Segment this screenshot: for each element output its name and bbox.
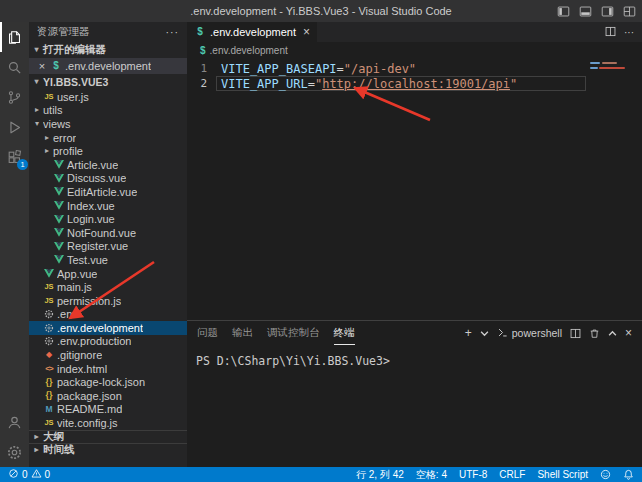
tree-item[interactable]: ▸error [29,131,187,145]
panel-tab[interactable]: 终端 [334,321,355,345]
split-editor-icon[interactable] [605,26,616,39]
titlebar-layout-actions [557,0,636,22]
timeline-header[interactable]: ▸ 时间线 [29,443,187,456]
panel-tab[interactable]: 输出 [232,321,253,345]
outline-header[interactable]: ▸ 大纲 [29,430,187,443]
extensions-button[interactable]: 1 [0,142,29,172]
feedback-smiley-icon[interactable] [600,469,611,480]
tree-item[interactable]: .env [29,308,187,322]
tree-item[interactable]: Index.vue [29,199,187,213]
tree-item-label: main.js [57,281,92,293]
md-icon: M [43,405,55,414]
code-text[interactable]: VITE_APP_BASEAPI="/api-dev" [216,61,586,76]
panel-tab[interactable]: 问题 [197,321,218,345]
tree-item[interactable]: EditArticle.vue [29,185,187,199]
chevron-right-icon: ▸ [43,147,51,155]
breadcrumb[interactable]: $ .env.development [187,42,642,58]
tree-item[interactable]: ▾views [29,117,187,131]
tree-item-label: .gitignore [57,349,102,361]
breadcrumb-file[interactable]: .env.development [210,45,288,56]
tree-item[interactable]: JSuser.js [29,90,187,104]
run-debug-button[interactable] [0,112,29,142]
more-actions-icon[interactable]: ··· [624,27,634,38]
toggle-sidebar-icon[interactable] [557,5,570,18]
maximize-panel-icon[interactable] [608,329,617,338]
tree-item[interactable]: JSpermission.js [29,294,187,308]
error-count: 0 [22,469,28,480]
explorer-tree: JSuser.js▸utils▾views▸error▸profileArtic… [29,90,187,430]
open-editors-header[interactable]: ▾ 打开的编辑器 [29,42,187,58]
customize-layout-icon[interactable] [623,5,636,18]
chevron-right-icon: ▸ [32,446,41,454]
close-tab-icon[interactable]: × [303,25,310,39]
language-mode[interactable]: Shell Script [537,469,588,480]
settings-gear-button[interactable] [0,437,29,467]
vue-icon [53,242,65,251]
tree-item[interactable]: Test.vue [29,253,187,267]
tab-env-development[interactable]: $ .env.development × [187,22,317,42]
close-panel-icon[interactable]: × [625,326,632,340]
account-button[interactable] [0,407,29,437]
panel-tab[interactable]: 调试控制台 [267,321,320,345]
tree-item[interactable]: MREADME.md [29,403,187,417]
terminal-profile-dropdown[interactable]: powershell [497,327,562,340]
terminal-output[interactable]: PS D:\CSharp\Yi\Yi.BBS.Vue3> [187,345,642,368]
tree-item[interactable]: Login.vue [29,212,187,226]
url-link[interactable]: http://localhost:19001/api [322,77,510,91]
tree-item[interactable]: ◆.gitignore [29,348,187,362]
open-editors-list: ×$.env.development [29,58,187,74]
tree-item-label: Article.vue [67,159,118,171]
chevron-down-icon[interactable] [480,329,489,338]
problems-indicator[interactable]: 0 0 [8,468,50,481]
code-text[interactable]: VITE_APP_URL="http://localhost:19001/api… [216,76,586,91]
activity-bar-bottom [0,407,29,467]
vue-icon [53,201,65,210]
tree-item[interactable]: JSmain.js [29,280,187,294]
split-terminal-icon[interactable] [570,328,581,339]
chevron-right-icon: ▸ [32,433,41,441]
toggle-secondary-sidebar-icon[interactable] [601,5,614,18]
extensions-badge: 1 [17,159,28,170]
source-control-button[interactable] [0,82,29,112]
cursor-position[interactable]: 行 2, 列 42 [356,468,404,482]
new-terminal-icon[interactable]: + [465,326,472,340]
search-button[interactable] [0,52,29,82]
tree-item[interactable]: NotFound.vue [29,226,187,240]
vue-icon [53,160,65,169]
tree-item[interactable]: Discuss.vue [29,172,187,186]
close-editor-icon[interactable]: × [37,60,47,72]
tree-item[interactable]: .env.production [29,335,187,349]
tree-item[interactable]: JSvite.config.js [29,416,187,430]
tree-item-label: EditArticle.vue [67,186,137,198]
tree-item[interactable]: ▸utils [29,104,187,118]
encoding[interactable]: UTF-8 [459,469,487,480]
code-area[interactable]: 1VITE_APP_BASEAPI="/api-dev"2VITE_APP_UR… [187,58,642,91]
tree-item-label: permission.js [57,295,121,307]
tree-item[interactable]: {}package.json [29,389,187,403]
notifications-bell-icon[interactable] [623,469,634,480]
terminal-prompt: PS D:\CSharp\Yi\Yi.BBS.Vue3> [196,354,390,368]
tree-item[interactable]: App.vue [29,267,187,281]
line-number: 2 [187,76,216,91]
toggle-panel-icon[interactable] [579,5,592,18]
tree-item[interactable]: .env.development [29,321,187,335]
tree-item[interactable]: Register.vue [29,240,187,254]
kill-terminal-icon[interactable] [589,328,600,339]
vue-icon [43,269,55,278]
eol-sequence[interactable]: CRLF [499,469,525,480]
tree-item-label: NotFound.vue [67,227,136,239]
explorer-icon [6,29,23,46]
tree-item-label: index.html [57,363,107,375]
tree-item-label: vite.config.js [57,417,118,429]
tree-item[interactable]: ▸profile [29,144,187,158]
explorer-button[interactable] [0,22,29,52]
more-actions-icon[interactable]: ··· [166,26,180,38]
tree-item[interactable]: Article.vue [29,158,187,172]
tree-item[interactable]: {}package-lock.json [29,375,187,389]
tree-item[interactable]: <>index.html [29,362,187,376]
minimap[interactable] [588,58,642,178]
open-editor-item[interactable]: ×$.env.development [29,58,187,74]
search-icon [6,59,23,76]
indentation[interactable]: 空格: 4 [416,468,447,482]
project-root-header[interactable]: ▾ YI.BBS.VUE3 [29,74,187,90]
